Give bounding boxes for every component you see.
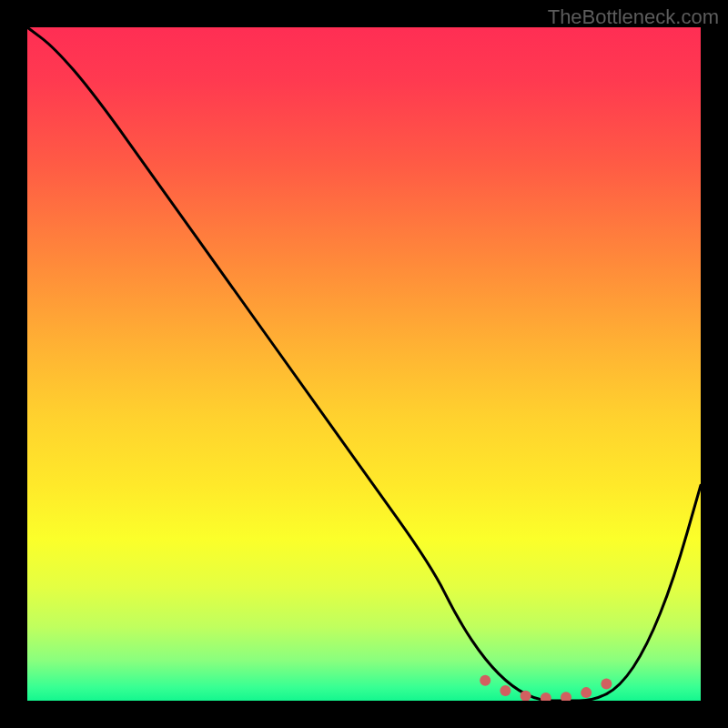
marker-dot [541,693,551,701]
marker-dot [500,685,511,696]
optimal-range-markers [480,675,612,701]
marker-dot [480,675,490,686]
plot-area [27,27,701,701]
watermark-text: TheBottleneck.com [548,5,719,29]
chart-svg [27,27,701,701]
marker-dot [601,679,612,690]
marker-dot [581,687,592,698]
marker-dot [561,692,571,701]
bottleneck-curve [27,27,701,701]
